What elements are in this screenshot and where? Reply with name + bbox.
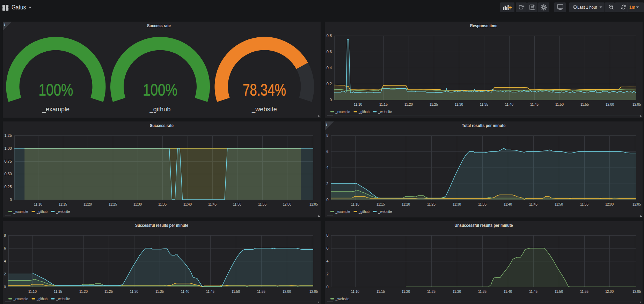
svg-text:2: 2 xyxy=(326,272,328,276)
svg-text:100%: 100% xyxy=(39,81,73,99)
svg-text:12:05: 12:05 xyxy=(632,202,641,206)
svg-text:2: 2 xyxy=(326,181,328,186)
svg-text:11:45: 11:45 xyxy=(529,289,537,294)
svg-text:11:10: 11:10 xyxy=(28,289,37,294)
svg-text:1.00: 1.00 xyxy=(5,146,12,150)
svg-text:11:35: 11:35 xyxy=(155,289,164,294)
svg-text:12:05: 12:05 xyxy=(632,289,641,294)
svg-text:_website: _website xyxy=(378,209,392,214)
svg-text:_example: _example xyxy=(42,105,69,113)
svg-text:0.4: 0.4 xyxy=(327,66,332,70)
svg-text:_website: _website xyxy=(378,110,392,114)
svg-text:1.25: 1.25 xyxy=(5,133,12,138)
svg-text:11:15: 11:15 xyxy=(379,102,388,106)
svg-text:12:05: 12:05 xyxy=(632,102,641,106)
svg-text:_github: _github xyxy=(358,209,369,214)
svg-text:_example: _example xyxy=(335,209,350,214)
svg-text:_github: _github xyxy=(36,209,47,214)
svg-text:11:35: 11:35 xyxy=(480,102,488,106)
svg-text:0.75: 0.75 xyxy=(5,159,12,163)
svg-text:Response time: Response time xyxy=(470,23,497,28)
svg-text:11:55: 11:55 xyxy=(257,289,265,294)
svg-text:11:35: 11:35 xyxy=(158,202,167,206)
svg-text:8: 8 xyxy=(326,133,328,138)
svg-text:6: 6 xyxy=(326,246,328,250)
svg-text:11:35: 11:35 xyxy=(478,289,486,294)
svg-text:11:40: 11:40 xyxy=(504,202,512,206)
svg-text:0.6: 0.6 xyxy=(327,50,332,54)
svg-text:i: i xyxy=(4,23,5,27)
svg-text:11:50: 11:50 xyxy=(232,289,240,294)
svg-text:11:55: 11:55 xyxy=(580,102,589,106)
svg-text:12:00: 12:00 xyxy=(283,289,291,294)
svg-text:2: 2 xyxy=(4,272,6,276)
svg-text:11:15: 11:15 xyxy=(59,202,67,206)
svg-text:11:20: 11:20 xyxy=(83,202,92,206)
svg-text:11:15: 11:15 xyxy=(376,202,385,206)
svg-text:Unsuccessful results per minut: Unsuccessful results per minute xyxy=(455,223,513,228)
svg-text:0.8: 0.8 xyxy=(327,34,332,38)
svg-text:11:40: 11:40 xyxy=(181,289,189,294)
svg-text:11:55: 11:55 xyxy=(258,202,266,206)
svg-text:0: 0 xyxy=(326,285,328,289)
svg-text:4: 4 xyxy=(326,259,328,263)
svg-text:Success rate: Success rate xyxy=(150,123,174,128)
svg-text:6: 6 xyxy=(326,149,328,154)
svg-text:8: 8 xyxy=(4,233,6,237)
svg-text:0.50: 0.50 xyxy=(5,172,12,176)
svg-text:11:30: 11:30 xyxy=(133,202,142,206)
svg-text:12:00: 12:00 xyxy=(605,202,614,206)
svg-text:11:40: 11:40 xyxy=(183,202,192,206)
svg-text:0: 0 xyxy=(10,198,12,202)
svg-text:100%: 100% xyxy=(143,81,177,99)
svg-text:0: 0 xyxy=(330,98,332,102)
svg-text:6: 6 xyxy=(4,246,6,250)
svg-text:11:50: 11:50 xyxy=(555,289,563,294)
svg-text:11:35: 11:35 xyxy=(478,202,486,206)
svg-text:12:05: 12:05 xyxy=(309,202,318,206)
svg-text:i: i xyxy=(326,123,327,126)
svg-text:11:55: 11:55 xyxy=(580,202,588,206)
svg-text:11:30: 11:30 xyxy=(453,202,461,206)
svg-text:11:20: 11:20 xyxy=(402,202,410,206)
svg-text:Success rate: Success rate xyxy=(147,23,171,28)
svg-text:_example: _example xyxy=(13,297,28,301)
svg-text:_github: _github xyxy=(36,297,47,301)
svg-text:12:05: 12:05 xyxy=(309,289,318,294)
svg-text:8: 8 xyxy=(326,233,328,237)
svg-text:_example: _example xyxy=(335,110,350,114)
svg-text:11:30: 11:30 xyxy=(130,289,138,294)
svg-text:0: 0 xyxy=(4,285,6,289)
svg-text:4: 4 xyxy=(326,165,328,170)
svg-text:11:40: 11:40 xyxy=(505,102,513,106)
svg-text:11:45: 11:45 xyxy=(529,202,537,206)
svg-text:11:45: 11:45 xyxy=(208,202,217,206)
svg-text:11:10: 11:10 xyxy=(354,102,362,106)
svg-text:_website: _website xyxy=(56,209,70,214)
svg-text:0: 0 xyxy=(326,198,328,202)
svg-text:11:20: 11:20 xyxy=(402,289,410,294)
svg-text:11:45: 11:45 xyxy=(206,289,214,294)
svg-text:11:25: 11:25 xyxy=(104,289,113,294)
svg-text:11:20: 11:20 xyxy=(404,102,413,106)
svg-text:12:00: 12:00 xyxy=(606,102,614,106)
svg-text:12:00: 12:00 xyxy=(605,289,614,294)
svg-text:11:10: 11:10 xyxy=(351,202,359,206)
svg-text:11:30: 11:30 xyxy=(455,102,463,106)
svg-text:Total results per minute: Total results per minute xyxy=(462,123,506,128)
svg-text:11:25: 11:25 xyxy=(109,202,117,206)
svg-text:11:25: 11:25 xyxy=(427,289,436,294)
svg-text:_github: _github xyxy=(358,110,369,114)
svg-text:11:50: 11:50 xyxy=(555,202,563,206)
svg-text:_website: _website xyxy=(251,105,277,113)
svg-text:4: 4 xyxy=(4,259,6,263)
svg-text:_example: _example xyxy=(13,209,28,214)
svg-text:11:50: 11:50 xyxy=(233,202,241,206)
svg-text:11:25: 11:25 xyxy=(427,202,436,206)
svg-text:_github: _github xyxy=(149,105,171,113)
svg-text:11:45: 11:45 xyxy=(530,102,539,106)
svg-text:11:10: 11:10 xyxy=(34,202,42,206)
svg-text:11:15: 11:15 xyxy=(376,289,385,294)
svg-text:11:20: 11:20 xyxy=(79,289,88,294)
svg-text:_website: _website xyxy=(335,297,350,301)
